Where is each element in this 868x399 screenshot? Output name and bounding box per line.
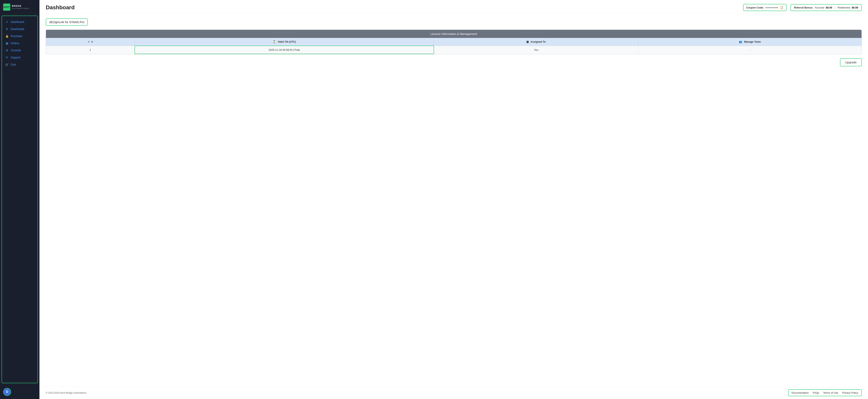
licence-table-title: Licence Information & Management: [46, 30, 862, 38]
timer-icon: ⌛: [273, 40, 276, 43]
sidebar-item-label: Support: [11, 56, 20, 59]
sidebar-item-support[interactable]: ⟳ Support: [2, 54, 37, 61]
team-icon: 👥: [739, 40, 742, 43]
divider: |: [834, 6, 835, 9]
sidebar-item-dashboard[interactable]: ≡ Dashboard: [2, 18, 37, 26]
upgrade-btn-container: Upgrade: [46, 58, 862, 66]
cell-number: 1: [46, 46, 135, 54]
controls-icon: ⚙: [5, 49, 9, 52]
sidebar-item-label: Dashboard: [11, 20, 24, 24]
redeemed-label: Redeemed: [838, 6, 850, 9]
sidebar-item-label: Cart: [11, 63, 16, 66]
cell-valid-till: 2025-11-18 05:08:45 (Trial): [135, 46, 434, 54]
sidebar-item-downloads[interactable]: ⬇ Downloads: [2, 26, 37, 33]
upgrade-button[interactable]: Upgrade: [840, 58, 862, 66]
footer-links-box: Documentation FAQs Terms of Use Privacy …: [788, 389, 862, 396]
dashboard-icon: ≡: [5, 20, 9, 24]
footer-link-privacy[interactable]: Privacy Policy: [842, 391, 858, 394]
support-icon: ⟳: [5, 56, 9, 59]
page-footer: © 2023-2024 Root Bridge Automations Docu…: [39, 387, 868, 399]
col-valid-till: ⌛ Valid Till (UTC): [135, 38, 434, 46]
coupon-code-box: Coupon Code: •••••••••• 📋: [743, 4, 786, 11]
sidebar-item-label: Downloads: [11, 27, 24, 31]
footer-link-terms[interactable]: Terms of Use: [823, 391, 838, 394]
main-area: Dashboard Coupon Code: •••••••••• 📋 Refe…: [39, 0, 868, 399]
col-assigned-to: ▦ Assigned To: [434, 38, 639, 46]
list-icon: ≡: [88, 40, 90, 43]
cart-icon: 🛒: [5, 63, 9, 66]
accrued-value: $0.00: [826, 6, 832, 9]
logo-area: ROOT BRIDGE AUTOMATIONS: [0, 0, 39, 14]
main-content: dEZignLink for STAAD.Pro Licence Informa…: [39, 13, 868, 387]
orders-icon: ▦: [5, 42, 9, 45]
footer-link-faqs[interactable]: FAQs: [813, 391, 819, 394]
licence-table-container: Licence Information & Management ≡ # ⌛ V…: [46, 30, 862, 54]
avatar[interactable]: D: [3, 388, 11, 396]
cell-assigned-to: You: [434, 46, 639, 54]
licence-table: ≡ # ⌛ Valid Till (UTC) ▦ Assigned To �: [46, 38, 862, 54]
sidebar-item-label: Orders: [11, 42, 19, 45]
page-title: Dashboard: [46, 4, 74, 11]
col-manage-team: 👥 Manage Team: [639, 38, 862, 46]
footer-link-documentation[interactable]: Documentation: [792, 391, 809, 394]
accrued-label: Accrued: [815, 6, 824, 9]
coupon-value: ••••••••••: [766, 6, 778, 9]
sidebar-item-label: Controls: [11, 49, 21, 52]
copy-coupon-icon[interactable]: 📋: [780, 6, 783, 9]
sidebar-item-label: Purchase: [11, 34, 22, 38]
sidebar: ROOT BRIDGE AUTOMATIONS ≡ Dashboard ⬇ Do…: [0, 0, 39, 399]
downloads-icon: ⬇: [5, 27, 9, 31]
product-tag: dEZignLink for STAAD.Pro: [46, 18, 88, 26]
page-header: Dashboard Coupon Code: •••••••••• 📋 Refe…: [39, 0, 868, 13]
brand-sub: AUTOMATIONS: [12, 7, 29, 9]
redeemed-value: $0.00: [851, 6, 858, 9]
cell-manage-team: -: [639, 46, 862, 54]
sidebar-item-controls[interactable]: ⚙ Controls: [2, 47, 37, 54]
brand-name: BRIDGE: [12, 5, 29, 7]
col-number: ≡ #: [46, 38, 135, 46]
header-right: Coupon Code: •••••••••• 📋 Referral Bonus…: [743, 4, 862, 11]
sidebar-navigation: ≡ Dashboard ⬇ Downloads 🔒 Purchase ▦ Ord…: [2, 16, 38, 383]
referral-bonus-box: Referral Bonus: Accrued $0.00 | Redeemed…: [790, 4, 862, 11]
table-row: 1 2025-11-18 05:08:45 (Trial) You -: [46, 46, 862, 54]
coupon-label: Coupon Code:: [746, 6, 764, 9]
table-header-row: ≡ # ⌛ Valid Till (UTC) ▦ Assigned To �: [46, 38, 862, 46]
sidebar-item-orders[interactable]: ▦ Orders: [2, 40, 37, 47]
copyright: © 2023-2024 Root Bridge Automations: [46, 392, 86, 394]
sidebar-item-cart[interactable]: 🛒 Cart: [2, 61, 37, 68]
sidebar-item-purchase[interactable]: 🔒 Purchase: [2, 33, 37, 40]
logo-icon: ROOT: [3, 4, 10, 11]
user-icon: ▦: [526, 40, 529, 43]
sidebar-footer: D: [0, 385, 39, 399]
purchase-icon: 🔒: [5, 34, 9, 38]
referral-label: Referral Bonus:: [794, 6, 813, 9]
